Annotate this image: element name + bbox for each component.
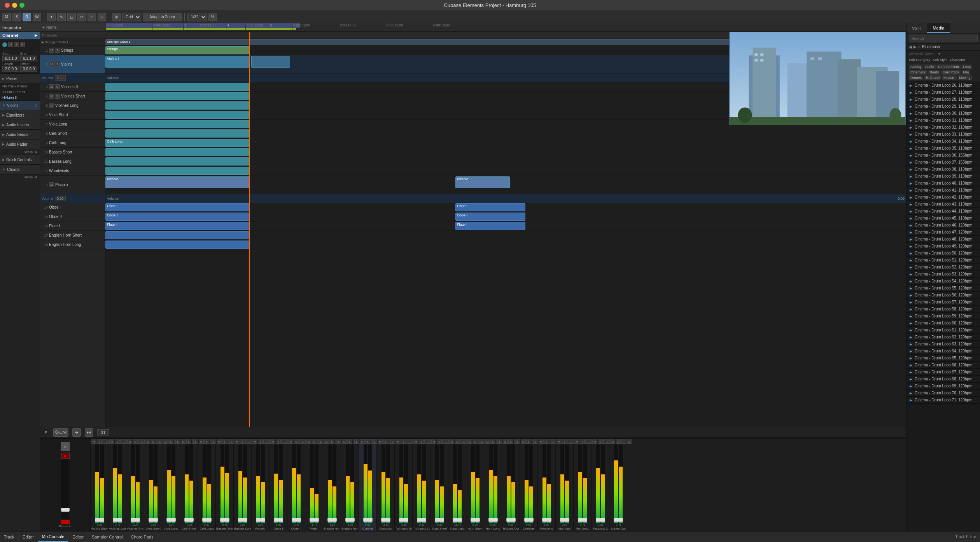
media-item-17[interactable]: ▶Cinema - Drum Loop 43, 110bpm — [906, 201, 980, 208]
ch-e-25[interactable]: E — [515, 439, 520, 444]
filter-dark-ambient[interactable]: Dark Ambient — [936, 64, 961, 69]
clip-oboe-i-2[interactable]: Oboe I — [455, 203, 525, 211]
track-row-violines-ii[interactable]: 3 M S Violines II — [40, 82, 105, 92]
ch-m-25[interactable]: M — [521, 439, 526, 444]
ch-s-10[interactable]: S — [258, 439, 263, 444]
ch-s-12[interactable]: S — [294, 439, 299, 444]
ch-fader-15[interactable] — [345, 518, 355, 522]
ch-e-22[interactable]: E — [462, 439, 467, 444]
ch-s-30[interactable]: S — [616, 439, 621, 444]
length-value[interactable]: 2.0.0.0 — [2, 66, 19, 72]
ch-e-27[interactable]: E — [551, 439, 556, 444]
filter-audio[interactable]: Audio — [924, 64, 936, 69]
ch-m-14[interactable]: M — [324, 439, 329, 444]
solo-1[interactable]: S — [55, 48, 60, 53]
ch-e-24[interactable]: E — [497, 439, 502, 444]
mixer-left-fader[interactable] — [61, 508, 70, 512]
quantize-select[interactable]: 1/32 — [187, 13, 207, 21]
track-row-strings[interactable]: 1 M S Strings — [40, 46, 105, 55]
media-item-24[interactable]: ▶Cinema - Drum Loop 50, 120bpm — [906, 250, 980, 257]
toolbar-s-btn[interactable]: S — [12, 13, 21, 21]
ch-fader-16[interactable] — [363, 518, 373, 522]
ch-fader-10[interactable] — [256, 518, 265, 522]
ch-fader-23[interactable] — [488, 518, 498, 522]
mute-2[interactable]: M — [49, 62, 54, 67]
media-item-22[interactable]: ▶Cinema - Drum Loop 48, 120bpm — [906, 236, 980, 243]
media-item-32[interactable]: ▶Cinema - Drum Loop 58, 120bpm — [906, 306, 980, 313]
midi-input[interactable]: All MIDI Inputs — [0, 89, 40, 95]
ch-e-28[interactable]: E — [569, 439, 574, 444]
bottom-tab-chord-pads[interactable]: Chord Pads — [127, 532, 158, 542]
ch-e-10[interactable]: E — [247, 439, 252, 444]
ch-fader-28[interactable] — [578, 518, 587, 522]
media-item-6[interactable]: ▶Cinema - Drum Loop 32, 110bpm — [906, 124, 980, 131]
playhead[interactable] — [249, 32, 250, 427]
toolbar-r-btn[interactable]: R — [23, 13, 31, 21]
clip-oboe-ii-1[interactable]: Oboe II — [105, 213, 249, 221]
ch-m-2[interactable]: M — [109, 439, 114, 444]
filter-cinematic[interactable]: Cinematic — [909, 70, 928, 75]
ch-fader-21[interactable] — [453, 518, 462, 522]
media-item-23[interactable]: ▶Cinema - Drum Loop 49, 120bpm — [906, 243, 980, 250]
clip-strings[interactable]: Strings — [105, 46, 249, 54]
ch-s-22[interactable]: S — [472, 439, 478, 444]
ch-m-29[interactable]: M — [592, 439, 597, 444]
filter-drones[interactable]: Drones — [909, 75, 923, 80]
chords-header[interactable]: ▼ Chords — [0, 165, 40, 174]
grid-select[interactable]: Grid — [122, 13, 141, 21]
ch-e-17[interactable]: E — [372, 439, 377, 444]
ch-fader-5[interactable] — [166, 518, 176, 522]
qc-header[interactable]: ▶ Quick Controls — [0, 155, 40, 164]
clip-celli-short[interactable] — [105, 129, 249, 138]
mixer-expand-btn[interactable]: ▼ — [44, 430, 48, 434]
ch-s-28[interactable]: S — [580, 439, 585, 444]
maximize-button[interactable] — [19, 3, 24, 8]
ch-e-23[interactable]: E — [480, 439, 485, 444]
media-item-45[interactable]: ▶Cinema - Drum Loop 71, 120bpm — [906, 397, 980, 404]
clip-woodwinds[interactable] — [105, 167, 249, 175]
ch-s-11[interactable]: S — [276, 439, 281, 444]
toolbar-eraser-btn[interactable]: ◻ — [67, 13, 76, 21]
track-color[interactable] — [2, 42, 7, 47]
track-row-english-horn-long[interactable]: 18 English Horn Long — [40, 240, 105, 249]
ch-m-20[interactable]: M — [431, 439, 436, 444]
ch-fader-19[interactable] — [417, 518, 426, 522]
ch-s-9[interactable]: S — [240, 439, 245, 444]
solo-2[interactable]: S — [55, 62, 60, 67]
track-row-basses-long[interactable]: 11 Basses Long — [40, 157, 105, 166]
clip-violins-i-main[interactable]: Violins I — [105, 56, 249, 68]
clip-english-horn-long[interactable] — [105, 241, 249, 249]
offset-value[interactable]: 0.0.0.0 — [20, 66, 37, 72]
ch-e-13[interactable]: E — [301, 439, 306, 444]
ch-e-30[interactable]: E — [605, 439, 610, 444]
filter-beats[interactable]: Beats — [928, 70, 940, 75]
ch-m-7[interactable]: M — [199, 439, 204, 444]
ch-s-29[interactable]: S — [598, 439, 603, 444]
instrument[interactable]: HALion 6 — [0, 95, 40, 100]
solo-3[interactable]: S — [55, 84, 60, 89]
ch-m-28[interactable]: M — [574, 439, 579, 444]
clip-piccolo-end[interactable]: Piccolo — [455, 176, 510, 188]
ch-e-9[interactable]: E — [229, 439, 234, 444]
ch-m-23[interactable]: M — [485, 439, 490, 444]
clip-piccolo-main[interactable]: Piccolo — [105, 176, 249, 188]
media-item-3[interactable]: ▶Cinema - Drum Loop 29, 110bpm — [906, 103, 980, 110]
ch-w-30[interactable]: W — [626, 439, 632, 444]
track-video[interactable]: ▶ Stranger Chain 1 — [40, 39, 105, 46]
bottom-tab-sampler[interactable]: Sampler Control — [88, 532, 127, 542]
ch-s-21[interactable]: S — [455, 439, 460, 444]
ch-m-10[interactable]: M — [252, 439, 257, 444]
ch-e-19[interactable]: E — [408, 439, 413, 444]
ch-m-24[interactable]: M — [503, 439, 508, 444]
ch-e-15[interactable]: E — [336, 439, 341, 444]
ch-fader-29[interactable] — [596, 518, 605, 522]
toolbar-m-btn[interactable]: M — [2, 13, 11, 21]
media-item-30[interactable]: ▶Cinema - Drum Loop 56, 120bpm — [906, 292, 980, 299]
filter-hard-rock[interactable]: Hard Rock — [941, 70, 961, 75]
media-item-27[interactable]: ▶Cinema - Drum Loop 53, 120bpm — [906, 271, 980, 278]
media-item-12[interactable]: ▶Cinema - Drum Loop 38, 110bpm — [906, 166, 980, 173]
track-row-oboe-i[interactable]: 14 Oboe I — [40, 203, 105, 212]
ch-fader-18[interactable] — [399, 518, 408, 522]
ch-fader-12[interactable] — [292, 518, 301, 522]
nav-forward-btn[interactable]: ▶ — [914, 45, 917, 49]
